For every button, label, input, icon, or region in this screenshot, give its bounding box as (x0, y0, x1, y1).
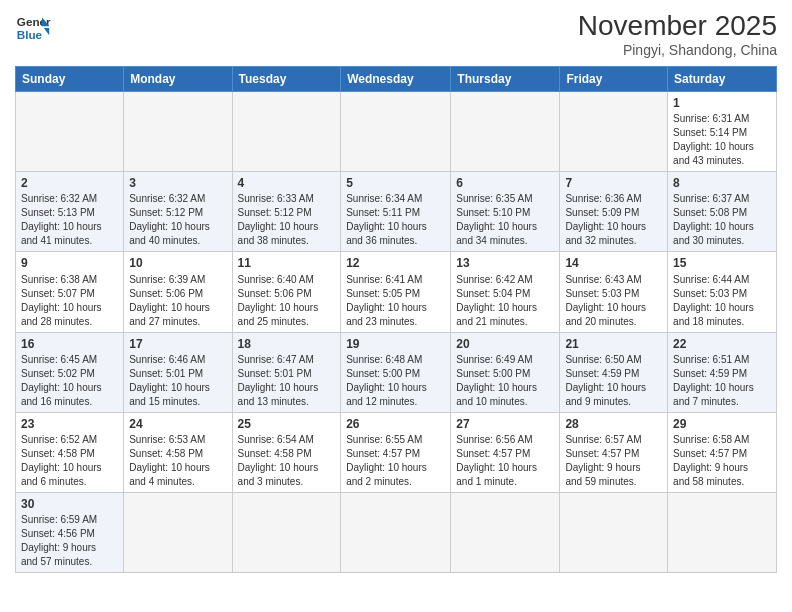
header-friday: Friday (560, 67, 668, 92)
calendar-cell (124, 92, 232, 172)
day-number: 27 (456, 416, 554, 432)
day-number: 30 (21, 496, 118, 512)
calendar-cell: 29Sunrise: 6:58 AM Sunset: 4:57 PM Dayli… (668, 412, 777, 492)
day-info: Sunrise: 6:49 AM Sunset: 5:00 PM Dayligh… (456, 353, 554, 409)
calendar-cell: 16Sunrise: 6:45 AM Sunset: 5:02 PM Dayli… (16, 332, 124, 412)
calendar-week-row: 2Sunrise: 6:32 AM Sunset: 5:13 PM Daylig… (16, 172, 777, 252)
day-number: 19 (346, 336, 445, 352)
calendar-cell: 25Sunrise: 6:54 AM Sunset: 4:58 PM Dayli… (232, 412, 341, 492)
calendar-cell (451, 492, 560, 572)
day-info: Sunrise: 6:39 AM Sunset: 5:06 PM Dayligh… (129, 273, 226, 329)
day-info: Sunrise: 6:45 AM Sunset: 5:02 PM Dayligh… (21, 353, 118, 409)
calendar-cell: 21Sunrise: 6:50 AM Sunset: 4:59 PM Dayli… (560, 332, 668, 412)
calendar-cell (124, 492, 232, 572)
day-info: Sunrise: 6:31 AM Sunset: 5:14 PM Dayligh… (673, 112, 771, 168)
day-number: 28 (565, 416, 662, 432)
calendar-week-row: 23Sunrise: 6:52 AM Sunset: 4:58 PM Dayli… (16, 412, 777, 492)
calendar-cell: 24Sunrise: 6:53 AM Sunset: 4:58 PM Dayli… (124, 412, 232, 492)
day-number: 29 (673, 416, 771, 432)
calendar-cell: 6Sunrise: 6:35 AM Sunset: 5:10 PM Daylig… (451, 172, 560, 252)
day-number: 21 (565, 336, 662, 352)
calendar-week-row: 9Sunrise: 6:38 AM Sunset: 5:07 PM Daylig… (16, 252, 777, 332)
day-number: 17 (129, 336, 226, 352)
calendar-cell: 5Sunrise: 6:34 AM Sunset: 5:11 PM Daylig… (341, 172, 451, 252)
calendar-cell: 17Sunrise: 6:46 AM Sunset: 5:01 PM Dayli… (124, 332, 232, 412)
calendar-cell (341, 492, 451, 572)
calendar-week-row: 30Sunrise: 6:59 AM Sunset: 4:56 PM Dayli… (16, 492, 777, 572)
calendar-cell: 30Sunrise: 6:59 AM Sunset: 4:56 PM Dayli… (16, 492, 124, 572)
calendar-cell: 15Sunrise: 6:44 AM Sunset: 5:03 PM Dayli… (668, 252, 777, 332)
day-info: Sunrise: 6:54 AM Sunset: 4:58 PM Dayligh… (238, 433, 336, 489)
calendar-cell: 19Sunrise: 6:48 AM Sunset: 5:00 PM Dayli… (341, 332, 451, 412)
svg-text:Blue: Blue (17, 28, 43, 41)
svg-marker-3 (44, 28, 49, 35)
day-info: Sunrise: 6:50 AM Sunset: 4:59 PM Dayligh… (565, 353, 662, 409)
calendar-cell (451, 92, 560, 172)
location-subtitle: Pingyi, Shandong, China (578, 42, 777, 58)
header-sunday: Sunday (16, 67, 124, 92)
logo-icon: General Blue (15, 10, 51, 46)
svg-text:General: General (17, 15, 51, 28)
day-number: 20 (456, 336, 554, 352)
day-info: Sunrise: 6:52 AM Sunset: 4:58 PM Dayligh… (21, 433, 118, 489)
day-info: Sunrise: 6:57 AM Sunset: 4:57 PM Dayligh… (565, 433, 662, 489)
day-info: Sunrise: 6:51 AM Sunset: 4:59 PM Dayligh… (673, 353, 771, 409)
calendar-cell: 4Sunrise: 6:33 AM Sunset: 5:12 PM Daylig… (232, 172, 341, 252)
day-info: Sunrise: 6:46 AM Sunset: 5:01 PM Dayligh… (129, 353, 226, 409)
page: General Blue November 2025 Pingyi, Shand… (0, 0, 792, 612)
calendar-table: Sunday Monday Tuesday Wednesday Thursday… (15, 66, 777, 573)
day-number: 12 (346, 255, 445, 271)
day-number: 8 (673, 175, 771, 191)
calendar-cell: 18Sunrise: 6:47 AM Sunset: 5:01 PM Dayli… (232, 332, 341, 412)
calendar-cell (16, 92, 124, 172)
day-number: 9 (21, 255, 118, 271)
day-info: Sunrise: 6:44 AM Sunset: 5:03 PM Dayligh… (673, 273, 771, 329)
header-wednesday: Wednesday (341, 67, 451, 92)
calendar-cell: 26Sunrise: 6:55 AM Sunset: 4:57 PM Dayli… (341, 412, 451, 492)
day-info: Sunrise: 6:34 AM Sunset: 5:11 PM Dayligh… (346, 192, 445, 248)
calendar-cell: 20Sunrise: 6:49 AM Sunset: 5:00 PM Dayli… (451, 332, 560, 412)
day-info: Sunrise: 6:36 AM Sunset: 5:09 PM Dayligh… (565, 192, 662, 248)
calendar-cell: 27Sunrise: 6:56 AM Sunset: 4:57 PM Dayli… (451, 412, 560, 492)
day-number: 10 (129, 255, 226, 271)
calendar-cell (668, 492, 777, 572)
calendar-cell: 28Sunrise: 6:57 AM Sunset: 4:57 PM Dayli… (560, 412, 668, 492)
day-number: 23 (21, 416, 118, 432)
day-info: Sunrise: 6:32 AM Sunset: 5:13 PM Dayligh… (21, 192, 118, 248)
day-info: Sunrise: 6:56 AM Sunset: 4:57 PM Dayligh… (456, 433, 554, 489)
day-info: Sunrise: 6:48 AM Sunset: 5:00 PM Dayligh… (346, 353, 445, 409)
day-number: 16 (21, 336, 118, 352)
calendar-cell: 13Sunrise: 6:42 AM Sunset: 5:04 PM Dayli… (451, 252, 560, 332)
day-number: 24 (129, 416, 226, 432)
day-number: 14 (565, 255, 662, 271)
header-monday: Monday (124, 67, 232, 92)
calendar-week-row: 16Sunrise: 6:45 AM Sunset: 5:02 PM Dayli… (16, 332, 777, 412)
day-info: Sunrise: 6:40 AM Sunset: 5:06 PM Dayligh… (238, 273, 336, 329)
day-number: 22 (673, 336, 771, 352)
day-info: Sunrise: 6:58 AM Sunset: 4:57 PM Dayligh… (673, 433, 771, 489)
day-info: Sunrise: 6:53 AM Sunset: 4:58 PM Dayligh… (129, 433, 226, 489)
day-number: 18 (238, 336, 336, 352)
calendar-cell: 7Sunrise: 6:36 AM Sunset: 5:09 PM Daylig… (560, 172, 668, 252)
title-area: November 2025 Pingyi, Shandong, China (578, 10, 777, 58)
calendar-cell: 3Sunrise: 6:32 AM Sunset: 5:12 PM Daylig… (124, 172, 232, 252)
day-number: 6 (456, 175, 554, 191)
day-info: Sunrise: 6:47 AM Sunset: 5:01 PM Dayligh… (238, 353, 336, 409)
header-saturday: Saturday (668, 67, 777, 92)
header-thursday: Thursday (451, 67, 560, 92)
day-info: Sunrise: 6:32 AM Sunset: 5:12 PM Dayligh… (129, 192, 226, 248)
logo-area: General Blue (15, 10, 51, 46)
day-number: 15 (673, 255, 771, 271)
day-info: Sunrise: 6:55 AM Sunset: 4:57 PM Dayligh… (346, 433, 445, 489)
day-number: 2 (21, 175, 118, 191)
day-number: 3 (129, 175, 226, 191)
calendar-cell: 2Sunrise: 6:32 AM Sunset: 5:13 PM Daylig… (16, 172, 124, 252)
calendar-cell: 12Sunrise: 6:41 AM Sunset: 5:05 PM Dayli… (341, 252, 451, 332)
day-number: 4 (238, 175, 336, 191)
day-number: 5 (346, 175, 445, 191)
day-number: 7 (565, 175, 662, 191)
day-number: 11 (238, 255, 336, 271)
calendar-cell: 11Sunrise: 6:40 AM Sunset: 5:06 PM Dayli… (232, 252, 341, 332)
calendar-cell: 8Sunrise: 6:37 AM Sunset: 5:08 PM Daylig… (668, 172, 777, 252)
calendar-cell: 23Sunrise: 6:52 AM Sunset: 4:58 PM Dayli… (16, 412, 124, 492)
